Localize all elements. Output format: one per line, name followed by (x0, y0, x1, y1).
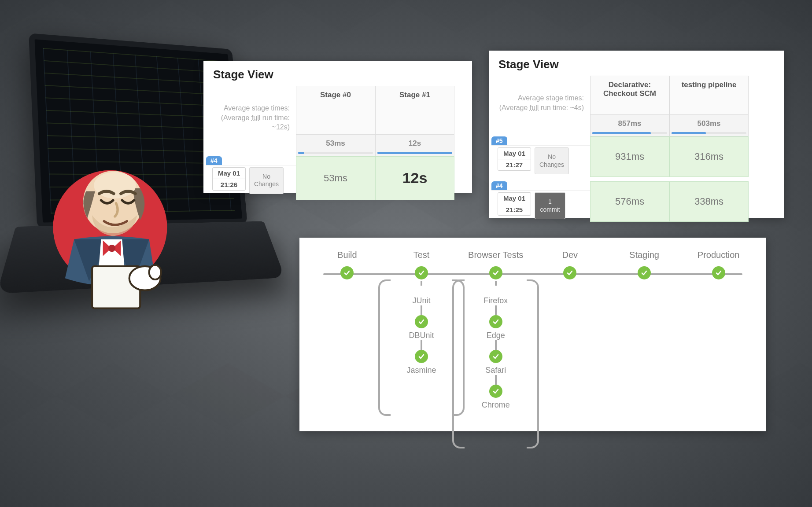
stage-view-title: Stage View (489, 51, 784, 76)
avg-times-line2: (Average full run time: ~4s) (495, 103, 584, 113)
pipeline-stage-header[interactable]: Dev (533, 250, 607, 266)
run-date-box: May 01 21:25 (498, 192, 531, 216)
pipeline-stage-header[interactable]: Test (384, 250, 459, 266)
subtree-browser: Firefox Edge Safari Chrome (458, 281, 533, 410)
avg-times-line1: Average stage times: (495, 93, 584, 103)
build-tag[interactable]: #5 (491, 136, 507, 145)
stage-avg-cell: 857ms (590, 115, 669, 136)
run-date-box: May 01 21:27 (498, 147, 531, 171)
stage-view-panel-2: Stage View Average stage times: (Average… (489, 51, 784, 218)
check-icon[interactable] (712, 266, 725, 279)
stage-avg-cell: 53ms (296, 135, 375, 156)
build-tag[interactable]: #4 (491, 181, 507, 190)
changes-box[interactable]: 1 commit (535, 192, 565, 219)
check-icon[interactable] (415, 266, 428, 279)
run-row-label[interactable]: #5 May 01 21:27 No Changes (489, 136, 590, 181)
pipeline-panel: Build Test Browser Tests Dev Staging Pro… (299, 238, 766, 431)
stage-view-title: Stage View (203, 61, 472, 86)
avg-times-label: Average stage times: (Average full run t… (489, 76, 590, 115)
pipeline-stage-header[interactable]: Build (310, 250, 384, 266)
stage-view-panel-1: Stage View Average stage times: (Average… (203, 61, 472, 193)
stage-cell[interactable]: 576ms (590, 181, 669, 222)
pipeline-headers: Build Test Browser Tests Dev Staging Pro… (310, 250, 756, 266)
stage-avg-cell: 12s (375, 135, 454, 156)
check-icon[interactable] (415, 350, 428, 363)
substage-label[interactable]: Firefox (484, 296, 508, 305)
svg-point-6 (149, 265, 161, 279)
avg-times-line1: Average stage times: (210, 103, 290, 113)
pipeline-stage-header[interactable]: Production (681, 250, 756, 266)
jenkins-logo (44, 154, 176, 312)
pipeline-stage-header[interactable]: Staging (607, 250, 682, 266)
substage-label[interactable]: Chrome (482, 400, 510, 410)
stage-cell[interactable]: 316ms (669, 136, 749, 177)
check-icon[interactable] (489, 385, 502, 398)
stage-column-header[interactable]: Declarative: Checkout SCM (590, 76, 669, 115)
pipeline-subtrees: JUnit DBUnit Jasmine Firefox Edge Safari (310, 281, 756, 410)
stage-avg-cell: 503ms (669, 115, 749, 136)
check-icon[interactable] (340, 266, 354, 279)
check-icon[interactable] (415, 315, 428, 328)
pipeline-stage-header[interactable]: Browser Tests (458, 250, 533, 266)
substage-label[interactable]: Safari (485, 366, 506, 375)
changes-box[interactable]: No Changes (249, 167, 284, 194)
stage-column-header[interactable]: Stage #0 (296, 86, 375, 135)
subtree-test: JUnit DBUnit Jasmine (384, 281, 459, 410)
substage-label[interactable]: Edge (487, 331, 505, 340)
stage-cell[interactable]: 338ms (669, 181, 749, 222)
substage-label[interactable]: Jasmine (406, 366, 436, 375)
run-row-label[interactable]: #4 May 01 21:26 No Changes (203, 156, 296, 201)
substage-label[interactable]: DBUnit (409, 331, 434, 340)
stage-column-header[interactable]: testing pipeline (669, 76, 749, 115)
svg-point-3 (108, 245, 115, 252)
run-row-label[interactable]: #4 May 01 21:25 1 commit (489, 181, 590, 226)
stage-cell[interactable]: 12s (375, 156, 454, 200)
avg-times-line2: (Average full run time: ~12s) (210, 113, 290, 132)
stage-cell[interactable]: 53ms (296, 156, 375, 200)
check-icon[interactable] (489, 350, 502, 363)
changes-box[interactable]: No Changes (535, 147, 569, 174)
avg-times-label: Average stage times: (Average full run t… (203, 86, 296, 135)
pipeline-main-row (310, 266, 756, 281)
run-date-box: May 01 21:26 (212, 167, 246, 191)
check-icon[interactable] (489, 266, 502, 279)
build-tag[interactable]: #4 (206, 156, 222, 165)
stage-cell[interactable]: 931ms (590, 136, 669, 177)
check-icon[interactable] (563, 266, 576, 279)
stage-column-header[interactable]: Stage #1 (375, 86, 454, 135)
check-icon[interactable] (489, 315, 502, 328)
check-icon[interactable] (638, 266, 651, 279)
substage-label[interactable]: JUnit (412, 296, 430, 305)
